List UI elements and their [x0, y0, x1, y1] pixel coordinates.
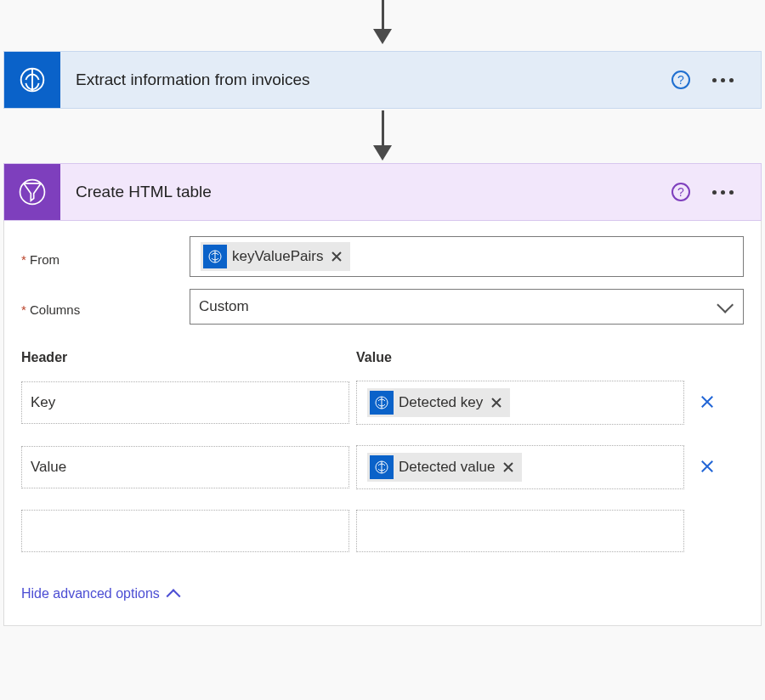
from-input[interactable]: keyValuePairs [190, 236, 744, 277]
mapping-row: Value Detected value [21, 445, 744, 489]
delete-row-icon[interactable] [691, 458, 723, 477]
header-input[interactable]: Value [21, 446, 349, 488]
connector-arrow-top [373, 0, 392, 44]
data-operations-icon [4, 164, 60, 220]
header-input[interactable] [21, 510, 349, 552]
hide-advanced-options[interactable]: Hide advanced options [21, 586, 744, 601]
column-header-header: Header [21, 350, 356, 365]
step-extract-invoices[interactable]: Extract information from invoices ? [3, 51, 762, 109]
columns-label: Columns [21, 297, 190, 317]
from-label: From [21, 247, 190, 267]
value-input[interactable] [356, 510, 684, 552]
remove-token-icon[interactable] [488, 394, 505, 411]
ai-builder-icon [370, 455, 394, 479]
step-title: Create HTML table [60, 183, 672, 201]
step-create-html-table[interactable]: Create HTML table ? [3, 163, 762, 221]
more-menu[interactable] [712, 190, 734, 195]
connector-arrow-mid [373, 110, 392, 161]
column-header-value: Value [356, 350, 744, 365]
value-input[interactable]: Detected key [356, 381, 684, 425]
ai-builder-icon [4, 52, 60, 108]
token-keyvaluepairs: keyValuePairs [201, 242, 350, 271]
step-title: Extract information from invoices [60, 71, 672, 89]
columns-select[interactable]: Custom [190, 289, 744, 325]
delete-row-icon[interactable] [691, 393, 723, 413]
header-input[interactable]: Key [21, 381, 349, 424]
chevron-down-icon [717, 296, 734, 313]
mapping-row: Key Detected key [21, 381, 744, 425]
help-icon[interactable]: ? [672, 183, 690, 201]
ai-builder-icon [203, 245, 227, 268]
value-input[interactable]: Detected value [356, 445, 684, 489]
more-menu[interactable] [712, 78, 734, 82]
token: Detected key [367, 388, 510, 417]
remove-token-icon[interactable] [328, 248, 345, 265]
token: Detected value [367, 453, 522, 482]
remove-token-icon[interactable] [500, 459, 517, 476]
ai-builder-icon [370, 391, 394, 415]
help-icon[interactable]: ? [672, 71, 690, 89]
mapping-row-empty [21, 510, 744, 552]
chevron-up-icon [166, 589, 180, 603]
step-body: From keyValuePairs [3, 221, 762, 626]
